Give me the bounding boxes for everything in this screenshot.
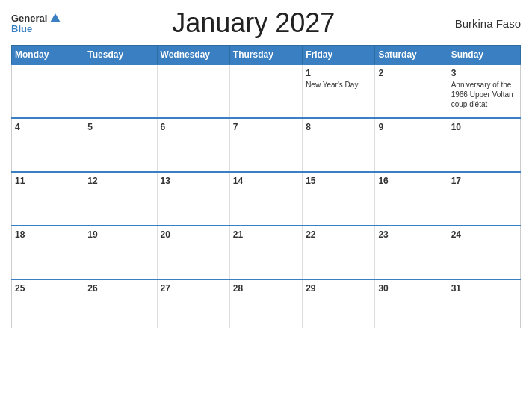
calendar-day-cell: 15 — [303, 172, 375, 226]
calendar-week-row: 45678910 — [12, 118, 521, 172]
calendar-day-cell: 25 — [12, 279, 84, 328]
logo: General Blue — [11, 13, 61, 34]
calendar-day-cell: 31 — [448, 279, 520, 328]
day-number: 7 — [233, 122, 299, 132]
header-tuesday: Tuesday — [84, 46, 157, 65]
calendar-day-cell: 19 — [84, 226, 157, 279]
calendar-day-cell: 27 — [157, 279, 229, 328]
day-number: 13 — [161, 176, 226, 186]
calendar-day-cell: 17 — [448, 172, 520, 226]
calendar-day-cell: 9 — [375, 118, 448, 172]
weekday-header-row: Monday Tuesday Wednesday Thursday Friday… — [12, 46, 521, 65]
country-name: Burkina Faso — [446, 17, 521, 30]
calendar-week-row: 25262728293031 — [12, 279, 521, 328]
calendar-week-row: 1New Year's Day23Anniversary of the 1966… — [12, 64, 521, 118]
day-number: 3 — [451, 68, 517, 78]
day-number: 15 — [306, 176, 371, 186]
calendar-day-cell: 20 — [157, 226, 229, 279]
day-number: 21 — [233, 229, 299, 240]
day-number: 26 — [87, 283, 153, 294]
calendar-week-row: 11121314151617 — [12, 172, 521, 226]
day-number: 12 — [87, 176, 153, 186]
calendar-day-cell: 10 — [448, 118, 520, 172]
calendar-day-cell: 21 — [229, 226, 302, 279]
day-number: 14 — [233, 176, 299, 186]
calendar-day-cell: 1New Year's Day — [303, 64, 375, 118]
header-monday: Monday — [12, 46, 84, 65]
calendar-day-cell: 16 — [375, 172, 448, 226]
day-event: Anniversary of the 1966 Upper Voltan cou… — [451, 80, 517, 109]
calendar-day-cell — [157, 64, 229, 118]
logo-blue-text: Blue — [11, 24, 32, 34]
day-number: 29 — [306, 283, 371, 294]
day-event: New Year's Day — [306, 80, 371, 90]
calendar-title: January 2027 — [61, 7, 446, 39]
day-number: 11 — [15, 176, 81, 186]
day-number: 20 — [161, 229, 226, 240]
day-number: 10 — [451, 122, 517, 132]
header-sunday: Sunday — [448, 46, 520, 65]
day-number: 6 — [161, 122, 226, 132]
day-number: 1 — [306, 68, 371, 78]
header-friday: Friday — [303, 46, 375, 65]
day-number: 25 — [15, 283, 81, 294]
calendar-day-cell: 13 — [157, 172, 229, 226]
calendar-day-cell: 18 — [12, 226, 84, 279]
calendar-table: Monday Tuesday Wednesday Thursday Friday… — [11, 45, 521, 328]
calendar-day-cell: 2 — [375, 64, 448, 118]
calendar-day-cell — [84, 64, 157, 118]
calendar-day-cell: 24 — [448, 226, 520, 279]
calendar-day-cell — [229, 64, 302, 118]
day-number: 18 — [15, 229, 81, 240]
day-number: 19 — [87, 229, 153, 240]
day-number: 23 — [378, 229, 444, 240]
day-number: 17 — [451, 176, 517, 186]
logo-general-text: General — [11, 13, 47, 23]
calendar-day-cell: 26 — [84, 279, 157, 328]
day-number: 30 — [378, 283, 444, 294]
calendar-day-cell: 14 — [229, 172, 302, 226]
day-number: 5 — [87, 122, 153, 132]
calendar-day-cell: 22 — [303, 226, 375, 279]
page: General Blue January 2027 Burkina Faso M… — [0, 0, 532, 411]
calendar-day-cell: 3Anniversary of the 1966 Upper Voltan co… — [448, 64, 520, 118]
calendar-day-cell: 12 — [84, 172, 157, 226]
calendar-day-cell: 6 — [157, 118, 229, 172]
header-thursday: Thursday — [229, 46, 302, 65]
calendar-day-cell: 5 — [84, 118, 157, 172]
calendar-day-cell: 4 — [12, 118, 84, 172]
day-number: 4 — [15, 122, 81, 132]
calendar-day-cell: 23 — [375, 226, 448, 279]
day-number: 9 — [378, 122, 444, 132]
day-number: 24 — [451, 229, 517, 240]
day-number: 31 — [451, 283, 517, 294]
header: General Blue January 2027 Burkina Faso — [11, 7, 521, 39]
day-number: 22 — [306, 229, 371, 240]
day-number: 2 — [378, 68, 444, 78]
day-number: 16 — [378, 176, 444, 186]
header-wednesday: Wednesday — [157, 46, 229, 65]
calendar-day-cell: 11 — [12, 172, 84, 226]
calendar-day-cell — [12, 64, 84, 118]
header-saturday: Saturday — [375, 46, 448, 65]
day-number: 8 — [306, 122, 371, 132]
logo-triangle-icon — [50, 13, 61, 22]
calendar-day-cell: 28 — [229, 279, 302, 328]
calendar-day-cell: 29 — [303, 279, 375, 328]
calendar-day-cell: 7 — [229, 118, 302, 172]
day-number: 27 — [161, 283, 226, 294]
day-number: 28 — [233, 283, 299, 294]
calendar-day-cell: 8 — [303, 118, 375, 172]
calendar-day-cell: 30 — [375, 279, 448, 328]
calendar-week-row: 18192021222324 — [12, 226, 521, 279]
